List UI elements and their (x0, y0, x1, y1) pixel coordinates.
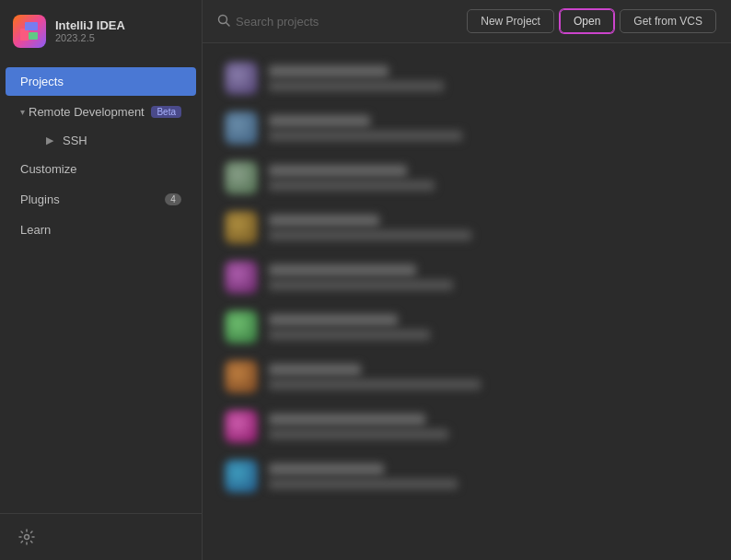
sidebar-remote-dev-label: Remote Development (29, 105, 147, 119)
list-item[interactable] (210, 253, 724, 301)
list-item[interactable] (210, 402, 724, 450)
sidebar-learn-label: Learn (20, 223, 181, 237)
list-item[interactable] (210, 353, 724, 401)
beta-badge: Beta (151, 106, 181, 118)
list-item[interactable] (210, 452, 724, 500)
sidebar-item-learn[interactable]: Learn (6, 216, 196, 244)
list-item[interactable] (210, 154, 724, 202)
list-item[interactable] (210, 54, 724, 102)
app-title: IntelliJ IDEA (55, 18, 125, 33)
sidebar-projects-label: Projects (20, 75, 181, 88)
sidebar-bottom (0, 513, 202, 560)
app-logo: IntelliJ IDEA 2023.2.5 (0, 0, 202, 63)
app-title-block: IntelliJ IDEA 2023.2.5 (55, 18, 125, 45)
list-item[interactable] (210, 204, 724, 251)
sidebar-item-projects[interactable]: Projects (6, 67, 196, 96)
list-item[interactable] (210, 104, 724, 152)
terminal-icon: ▶ (42, 135, 57, 146)
settings-button[interactable] (15, 525, 39, 549)
sidebar-item-ssh[interactable]: ▶ SSH (6, 128, 196, 153)
sidebar-ssh-label: SSH (63, 134, 87, 147)
gear-icon (18, 529, 35, 545)
svg-point-3 (25, 535, 29, 540)
chevron-down-icon: ▾ (20, 107, 25, 117)
search-container (217, 14, 459, 29)
toolbar-buttons: New Project Open Get from VCS (467, 9, 716, 33)
search-input[interactable] (236, 15, 459, 29)
sidebar: IntelliJ IDEA 2023.2.5 Projects ▾ Remote… (0, 0, 203, 560)
sidebar-plugins-label: Plugins (20, 192, 159, 206)
sidebar-nav: Projects ▾ Remote Development Beta ▶ SSH… (0, 63, 202, 513)
svg-line-5 (226, 22, 230, 26)
app-logo-icon (13, 15, 46, 48)
get-from-vcs-button[interactable]: Get from VCS (620, 9, 716, 33)
projects-list[interactable] (203, 43, 731, 560)
list-item[interactable] (210, 303, 724, 351)
sidebar-item-remote-development[interactable]: ▾ Remote Development Beta (6, 98, 196, 126)
app-version: 2023.2.5 (55, 32, 125, 44)
sidebar-customize-label: Customize (20, 162, 181, 176)
app-window: IntelliJ IDEA 2023.2.5 Projects ▾ Remote… (0, 0, 731, 560)
new-project-button[interactable]: New Project (467, 9, 554, 33)
search-icon (217, 14, 230, 29)
sidebar-item-customize[interactable]: Customize (6, 155, 196, 183)
svg-rect-2 (29, 32, 38, 40)
sidebar-item-plugins[interactable]: Plugins 4 (6, 185, 196, 214)
main-content: New Project Open Get from VCS (203, 0, 731, 560)
open-button[interactable]: Open (560, 9, 614, 33)
toolbar: New Project Open Get from VCS (203, 0, 731, 43)
svg-rect-1 (25, 22, 38, 30)
plugins-badge: 4 (165, 193, 181, 205)
